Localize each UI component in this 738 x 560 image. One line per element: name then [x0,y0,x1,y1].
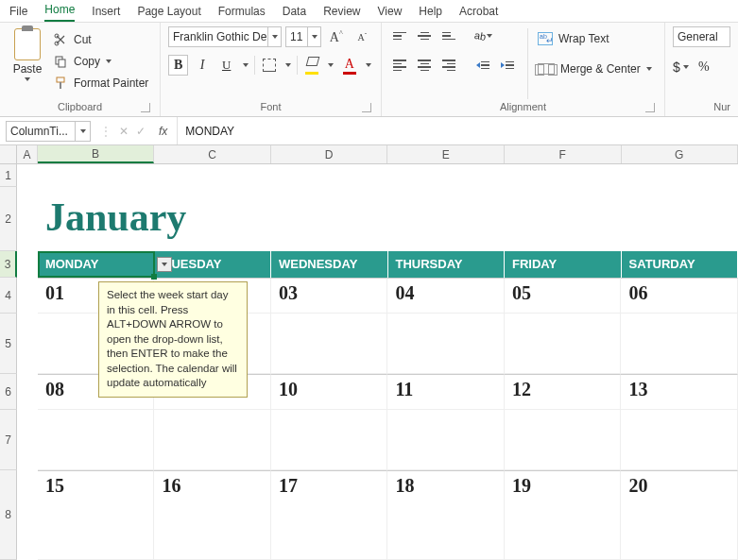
bold-button[interactable]: B [168,55,188,76]
row-header-8[interactable]: 8 [0,470,17,560]
date-cell[interactable]: 12 [505,374,622,410]
font-name-combo[interactable]: Franklin Gothic Dem [168,26,282,47]
chevron-down-icon[interactable] [75,122,90,141]
chevron-down-icon[interactable] [646,67,652,71]
chevron-down-icon[interactable] [25,77,30,81]
cell[interactable] [387,410,505,470]
date-cell[interactable]: 03 [271,278,388,314]
cell[interactable] [154,410,271,470]
day-header-wed[interactable]: WEDNESDAY [271,251,388,278]
name-box[interactable]: ColumnTi... [6,121,91,142]
date-cell[interactable]: 05 [505,278,622,314]
cell[interactable] [271,314,388,374]
wrap-text-button[interactable]: ab↵ Wrap Text [538,28,652,49]
row-header-3[interactable]: 3 [0,251,17,278]
align-top-button[interactable] [389,26,410,45]
cell[interactable] [387,314,505,374]
date-cell[interactable]: 11 [387,374,505,410]
col-header-e[interactable]: E [387,145,505,163]
format-painter-button[interactable]: Format Painter [53,74,148,93]
align-middle-button[interactable] [414,26,435,45]
cell[interactable] [38,410,155,470]
col-header-a[interactable]: A [17,145,38,163]
enter-icon[interactable]: ✓ [136,125,146,138]
dropdown-handle[interactable] [157,257,172,272]
cell[interactable] [505,410,622,470]
day-header-fri[interactable]: FRIDAY [505,251,622,278]
cancel-icon[interactable]: ✕ [119,125,129,138]
date-cell[interactable]: 16 [154,470,271,560]
tab-view[interactable]: View [378,3,403,22]
dialog-launcher-icon[interactable] [141,103,150,112]
row-header-2[interactable]: 2 [0,187,17,251]
align-bottom-button[interactable] [438,26,459,45]
col-header-d[interactable]: D [271,145,388,163]
cell[interactable] [621,314,738,374]
chevron-down-icon[interactable] [267,27,281,46]
decrease-font-button[interactable]: Aˇ [352,26,374,47]
select-all-corner[interactable] [0,145,17,163]
tab-formulas[interactable]: Formulas [218,3,266,22]
date-cell[interactable]: 13 [621,374,738,410]
day-header-sat[interactable]: SATURDAY [622,251,738,278]
col-header-g[interactable]: G [622,145,738,163]
row-header-7[interactable]: 7 [0,410,17,470]
chevron-down-icon[interactable] [106,59,112,63]
decrease-indent-button[interactable] [472,56,493,75]
formula-input[interactable]: MONDAY [177,117,738,144]
chevron-down-icon[interactable] [307,27,320,46]
tab-data[interactable]: Data [283,3,306,22]
underline-menu[interactable] [240,55,250,76]
border-button[interactable] [259,55,279,76]
date-cell[interactable]: 18 [387,470,505,560]
date-cell[interactable]: 10 [271,374,388,410]
day-header-mon[interactable]: MONDAY [38,251,155,278]
italic-button[interactable]: I [192,55,212,76]
date-cell[interactable]: 17 [271,470,388,560]
tab-home[interactable]: Home [44,1,75,22]
font-size-combo[interactable]: 11 [285,26,321,47]
tab-file[interactable]: File [9,3,27,22]
cell[interactable] [271,410,388,470]
copy-button[interactable]: Copy [53,52,148,71]
tab-help[interactable]: Help [419,3,442,22]
tab-review[interactable]: Review [323,3,360,22]
tab-page-layout[interactable]: Page Layout [137,3,200,22]
align-left-button[interactable] [389,56,410,75]
row-header-1[interactable]: 1 [0,164,17,187]
number-format-combo[interactable]: General [673,26,730,47]
row-header-6[interactable]: 6 [0,374,17,410]
align-right-button[interactable] [438,56,459,75]
font-color-menu[interactable] [363,55,373,76]
date-cell[interactable]: 06 [621,278,738,314]
cell[interactable] [505,314,622,374]
merge-center-button[interactable]: Merge & Center [538,59,652,79]
col-header-f[interactable]: F [505,145,622,163]
date-cell[interactable]: 19 [505,470,622,560]
col-header-b[interactable]: B [38,145,155,163]
date-cell[interactable]: 15 [38,470,155,560]
percent-button[interactable]: % [693,57,715,77]
increase-font-button[interactable]: A^ [325,26,348,47]
fill-color-menu[interactable] [325,55,335,76]
row-header-4[interactable]: 4 [0,278,17,314]
date-cell[interactable]: 20 [621,470,738,560]
underline-button[interactable]: U [216,55,236,76]
orientation-button[interactable]: ab [472,26,493,45]
row-header-5[interactable]: 5 [0,314,17,374]
day-header-thu[interactable]: THURSDAY [388,251,506,278]
col-header-c[interactable]: C [154,145,271,163]
accounting-format-button[interactable]: $ [673,59,689,75]
cell[interactable] [621,410,738,470]
increase-indent-button[interactable] [497,56,518,75]
fill-color-button[interactable] [301,55,321,76]
border-menu[interactable] [283,55,293,76]
font-color-button[interactable]: A [339,55,359,76]
align-center-button[interactable] [414,56,435,75]
dialog-launcher-icon[interactable] [645,103,655,112]
tab-insert[interactable]: Insert [92,3,120,22]
date-cell[interactable]: 04 [387,278,505,314]
tab-acrobat[interactable]: Acrobat [459,3,498,22]
dialog-launcher-icon[interactable] [362,103,371,112]
paste-button[interactable]: Paste [8,26,47,101]
